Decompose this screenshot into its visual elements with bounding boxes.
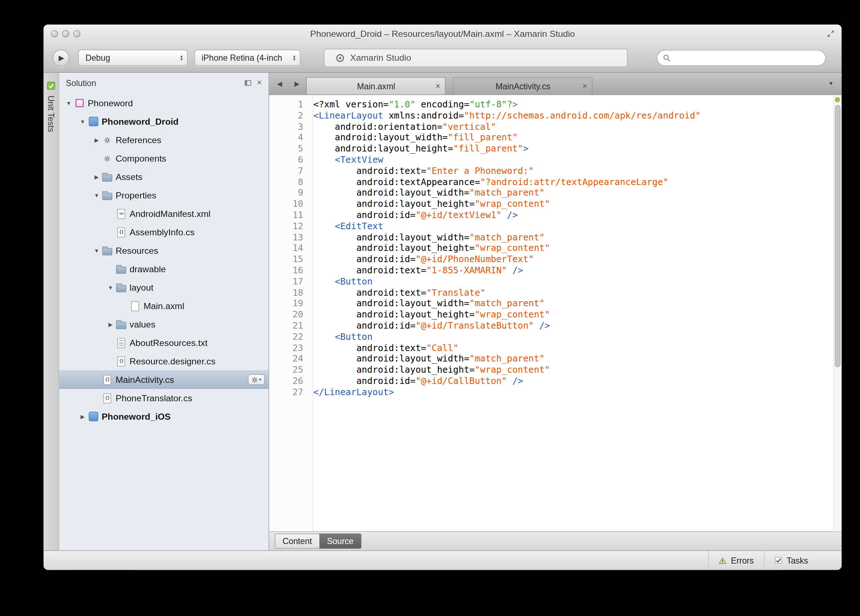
tab-mainactivity-cs[interactable]: MainActivity.cs× — [453, 77, 593, 94]
line-number[interactable]: 20 — [269, 309, 308, 320]
tree-item-properties[interactable]: ▼Properties — [59, 186, 269, 204]
line-number[interactable]: 1 — [269, 99, 308, 110]
search-input[interactable] — [674, 53, 819, 63]
line-number[interactable]: 2 — [269, 110, 308, 121]
line-number[interactable]: 27 — [269, 387, 308, 398]
line-number[interactable]: 6 — [269, 154, 308, 165]
code-text[interactable]: android:text="Call" — [308, 343, 458, 354]
vertical-scrollbar[interactable] — [833, 95, 841, 531]
code-text[interactable]: <Button — [308, 331, 372, 343]
code-text[interactable]: android:layout_height="wrap_content" — [308, 242, 550, 254]
code-text[interactable]: <TextView — [308, 154, 383, 165]
code-text[interactable]: android:layout_width="match_parent" — [308, 232, 545, 243]
view-tab-source[interactable]: Source — [319, 534, 361, 549]
code-text[interactable]: <EditText — [308, 220, 383, 232]
collapse-arrow-icon[interactable]: ▼ — [91, 192, 102, 198]
tree-item-values[interactable]: ▶values — [59, 315, 269, 334]
tree-item-phoneword-droid[interactable]: ▼Phoneword_Droid — [59, 112, 269, 131]
code-text[interactable]: android:text="1-855-XAMARIN" /> — [308, 265, 523, 276]
close-window-button[interactable] — [51, 30, 58, 37]
tree-item-components[interactable]: Components — [59, 149, 269, 168]
zoom-window-button[interactable] — [73, 30, 80, 37]
code-text[interactable]: android:layout_height="wrap_content" — [308, 309, 550, 320]
scrollbar-thumb[interactable] — [835, 105, 841, 367]
code-text[interactable]: android:layout_width="match_parent" — [308, 298, 545, 309]
nav-back-icon[interactable]: ◀ — [277, 80, 282, 88]
code-text[interactable]: android:id="@+id/TranslateButton" /> — [308, 320, 550, 331]
code-text[interactable]: android:layout_height="fill_parent"> — [308, 143, 528, 154]
code-editor[interactable]: 1<?xml version="1.0" encoding="utf-8"?>2… — [269, 95, 841, 531]
code-text[interactable]: android:text="Translate" — [308, 287, 485, 298]
code-text[interactable]: <Button — [308, 276, 372, 287]
dock-pad-icon[interactable] — [244, 80, 251, 86]
line-number[interactable]: 8 — [269, 176, 308, 188]
tree-item-androidmanifest-xml[interactable]: <>AndroidManifest.xml — [59, 204, 269, 223]
line-number[interactable]: 25 — [269, 365, 308, 376]
code-text[interactable]: android:orientation="vertical" — [308, 121, 496, 132]
code-text[interactable]: android:id="@+id/textView1" /> — [308, 210, 518, 221]
tree-item-resource-designer-cs[interactable]: {}Resource.designer.cs — [59, 352, 269, 371]
code-text[interactable]: android:textAppearance="?android:attr/te… — [308, 176, 669, 188]
line-number[interactable]: 10 — [269, 198, 308, 210]
tree-item-drawable[interactable]: drawable — [59, 260, 269, 278]
code-text[interactable]: <LinearLayout xmlns:android="http://sche… — [308, 110, 701, 121]
collapse-arrow-icon[interactable]: ▼ — [64, 100, 74, 106]
code-text[interactable]: </LinearLayout> — [308, 387, 394, 398]
expand-arrow-icon[interactable]: ▶ — [105, 321, 116, 327]
line-number[interactable]: 22 — [269, 331, 308, 343]
line-number[interactable]: 13 — [269, 232, 308, 243]
line-number[interactable]: 23 — [269, 343, 308, 354]
search-field[interactable] — [657, 50, 826, 66]
line-number[interactable]: 19 — [269, 298, 308, 309]
line-number[interactable]: 3 — [269, 121, 308, 132]
tree-item-phonetranslator-cs[interactable]: {}PhoneTranslator.cs — [59, 389, 269, 407]
nav-forward-icon[interactable]: ▶ — [295, 80, 300, 88]
device-dropdown[interactable]: iPhone Retina (4-inch ▲▼ — [195, 50, 301, 66]
line-number[interactable]: 4 — [269, 132, 308, 143]
code-text[interactable]: android:text="Enter a Phoneword:" — [308, 165, 534, 176]
expand-arrow-icon[interactable]: ▶ — [91, 137, 102, 143]
titlebar[interactable]: Phoneword_Droid – Resources/layout/Main.… — [44, 25, 842, 44]
tree-item-assets[interactable]: ▶Assets — [59, 168, 269, 186]
configuration-dropdown[interactable]: Debug ▲▼ — [78, 50, 188, 66]
tree-item-aboutresources-txt[interactable]: AboutResources.txt — [59, 334, 269, 352]
tab-main-axml[interactable]: Main.axml× — [306, 77, 446, 94]
line-number[interactable]: 17 — [269, 276, 308, 287]
tab-list-chevron-icon[interactable]: ▼ — [828, 81, 841, 87]
tab-close-icon[interactable]: × — [582, 83, 587, 90]
code-text[interactable]: android:id="@+id/CallButton" /> — [308, 375, 523, 387]
tree-item-assemblyinfo-cs[interactable]: {}AssemblyInfo.cs — [59, 223, 269, 242]
code-text[interactable]: android:layout_width="match_parent" — [308, 353, 545, 365]
code-text[interactable]: android:layout_width="fill_parent" — [308, 132, 518, 143]
code-text[interactable]: android:layout_width="match_parent" — [308, 187, 545, 198]
line-number[interactable]: 16 — [269, 265, 308, 276]
code-text[interactable]: android:layout_height="wrap_content" — [308, 365, 550, 376]
tree-item-phoneword[interactable]: ▼Phoneword — [59, 94, 269, 112]
collapse-arrow-icon[interactable]: ▼ — [105, 284, 116, 291]
run-button[interactable]: ▶ — [52, 50, 69, 66]
tab-close-icon[interactable]: × — [435, 83, 441, 90]
line-number[interactable]: 15 — [269, 254, 308, 265]
code-text[interactable]: android:id="@+id/PhoneNumberText" — [308, 254, 534, 265]
code-text[interactable]: <?xml version="1.0" encoding="utf-8"?> — [308, 99, 518, 110]
line-number[interactable]: 18 — [269, 287, 308, 298]
errors-button[interactable]: Errors — [708, 551, 764, 570]
expand-arrow-icon[interactable]: ▶ — [91, 174, 102, 180]
line-number[interactable]: 24 — [269, 353, 308, 365]
code-text[interactable]: android:layout_height="wrap_content" — [308, 198, 550, 210]
collapse-arrow-icon[interactable]: ▼ — [91, 248, 102, 254]
minimize-window-button[interactable] — [62, 30, 69, 37]
expand-arrow-icon[interactable]: ▶ — [78, 413, 88, 420]
tree-item-main-axml[interactable]: Main.axml — [59, 297, 269, 315]
line-number[interactable]: 26 — [269, 375, 308, 387]
tasks-button[interactable]: Tasks — [764, 551, 818, 570]
close-pad-icon[interactable]: × — [257, 79, 262, 87]
unit-tests-tab[interactable]: Unit Tests — [46, 96, 56, 132]
tree-item-references[interactable]: ▶References — [59, 131, 269, 149]
line-number[interactable]: 11 — [269, 210, 308, 221]
tree-item-layout[interactable]: ▼layout — [59, 278, 269, 297]
view-tab-content[interactable]: Content — [275, 534, 319, 549]
line-number[interactable]: 5 — [269, 143, 308, 154]
line-number[interactable]: 14 — [269, 242, 308, 254]
tree-item-resources[interactable]: ▼Resources — [59, 242, 269, 260]
